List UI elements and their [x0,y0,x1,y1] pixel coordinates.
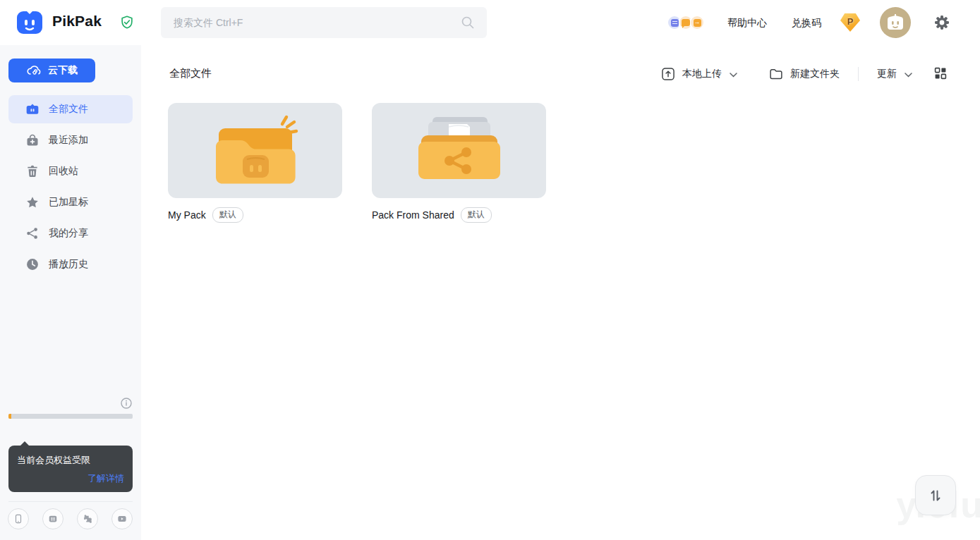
redeem-code-link[interactable]: 兑换码 [792,17,821,30]
sidebar-item-all-files[interactable]: 全部文件 [8,95,133,123]
recent-added-icon [25,133,40,147]
browser-extension-icon[interactable] [77,508,98,529]
toolbar-divider [858,67,859,81]
sidebar-item-my-shares[interactable]: 我的分享 [8,219,133,247]
telegram-channel-icon[interactable] [689,15,705,30]
folder-label-row: Pack From Shared 默认 [372,207,546,223]
new-folder-button[interactable]: 新建文件夹 [768,66,840,82]
sidebar-item-label: 播放历史 [49,258,88,271]
tv-app-icon[interactable] [42,508,63,529]
new-folder-label: 新建文件夹 [790,68,840,80]
folder-name[interactable]: My Pack [168,209,206,221]
sidebar-item-starred[interactable]: 已加星标 [8,188,133,216]
star-icon [25,195,40,209]
search-bar [161,7,487,38]
sort-order-button[interactable] [915,475,956,515]
main-content: 全部文件 本地上传 新建文件夹 更新 [141,45,980,540]
local-upload-button[interactable]: 本地上传 [660,66,737,82]
share-icon [25,226,40,240]
chevron-down-icon [905,68,912,80]
sidebar: 云下载 全部文件 最近添加 回收站 [0,45,141,540]
video-channel-icon[interactable] [111,508,133,529]
grid-view-toggle[interactable] [933,66,949,82]
sidebar-item-label: 回收站 [49,165,78,178]
help-center-link[interactable]: 帮助中心 [727,17,767,30]
sidebar-item-label: 最近添加 [49,134,88,147]
search-icon[interactable] [460,15,476,30]
settings-gear-icon[interactable] [933,14,950,31]
folder-label-row: My Pack 默认 [168,207,342,223]
folder-card-my-pack: My Pack 默认 [168,103,342,223]
folder-name[interactable]: Pack From Shared [372,209,454,221]
header: PikPak 帮助中心 兑换码 P [0,0,980,45]
pikpak-logo-icon[interactable] [16,8,44,37]
brand-name: PikPak [52,13,102,30]
storage-quota-bar [8,414,133,419]
update-button[interactable]: 更新 [877,68,912,80]
play-history-icon [25,257,40,271]
search-input[interactable] [161,7,487,38]
chevron-down-icon [730,68,737,80]
folder-thumbnail[interactable] [372,103,546,198]
sidebar-divider [8,501,133,502]
cloud-download-button[interactable]: 云下载 [8,59,95,82]
membership-details-link[interactable]: 了解详情 [87,472,124,485]
folder-grid: My Pack 默认 [168,103,546,223]
default-badge: 默认 [461,207,492,223]
new-folder-icon [768,66,784,82]
sidebar-item-trash[interactable]: 回收站 [8,157,133,185]
premium-gem-letter: P [847,16,854,27]
sidebar-item-label: 已加星标 [49,196,88,209]
security-shield-icon[interactable] [119,15,135,30]
membership-tooltip-message: 当前会员权益受限 [17,454,124,467]
premium-gem-badge[interactable]: P [840,13,860,32]
mobile-app-icon[interactable] [8,508,29,529]
all-files-icon [25,102,40,116]
grid-view-icon [933,66,949,82]
folder-thumbnail[interactable] [168,103,342,198]
toolbar: 本地上传 新建文件夹 更新 [660,64,949,84]
shared-folder-illustration [407,111,512,190]
sidebar-item-recent-added[interactable]: 最近添加 [8,126,133,154]
quota-info-icon[interactable] [121,398,132,409]
robot-folder-illustration [203,111,308,190]
page-title: 全部文件 [169,67,212,80]
default-badge: 默认 [212,207,243,223]
membership-tooltip: 当前会员权益受限 了解详情 [8,446,133,492]
sort-arrows-icon [926,486,945,505]
cloud-download-label: 云下载 [48,64,78,77]
sidebar-item-label: 我的分享 [49,227,88,240]
trash-icon [25,164,40,178]
cloud-link-icon [26,64,42,77]
update-label: 更新 [877,68,897,80]
local-upload-label: 本地上传 [682,68,722,80]
sidebar-item-play-history[interactable]: 播放历史 [8,250,133,278]
community-links[interactable] [667,15,705,30]
upload-icon [660,66,676,82]
sidebar-menu: 全部文件 最近添加 回收站 已加星标 [0,95,141,281]
storage-quota-used [8,414,11,419]
folder-card-pack-from-shared: Pack From Shared 默认 [372,103,546,223]
sidebar-item-label: 全部文件 [49,103,88,116]
pikpak-app: PikPak 帮助中心 兑换码 P [0,0,980,540]
user-avatar[interactable] [880,7,911,38]
